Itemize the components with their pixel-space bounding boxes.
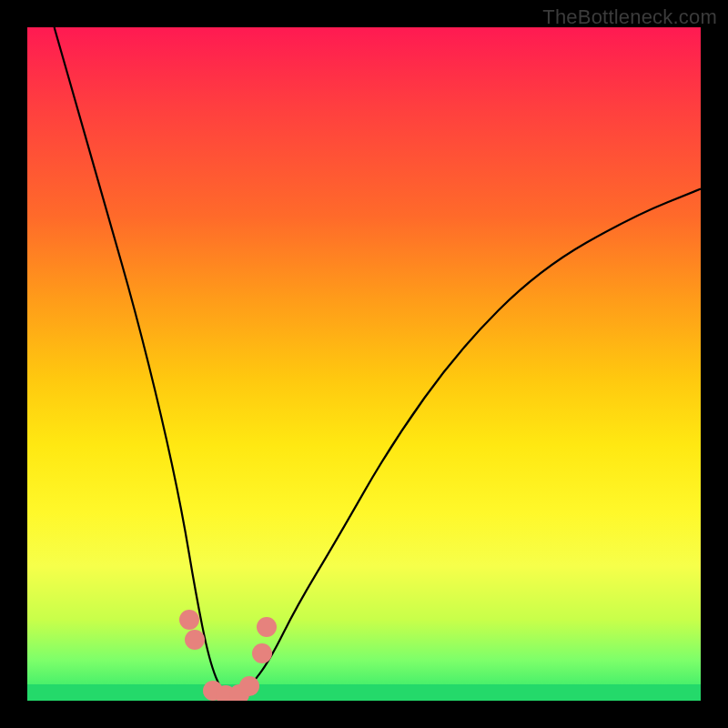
watermark-text: TheBottleneck.com (542, 5, 717, 29)
marker-right-cluster-top (257, 617, 277, 637)
marker-right-cluster-bottom (252, 643, 272, 663)
chart-frame: TheBottleneck.com (0, 0, 728, 728)
plot-area (27, 27, 701, 701)
marker-left-cluster-bottom (185, 630, 205, 650)
curve-layer (27, 27, 701, 701)
marker-valley-4 (239, 676, 259, 696)
marker-left-cluster-top (179, 610, 199, 630)
bottleneck-curve (55, 27, 701, 699)
